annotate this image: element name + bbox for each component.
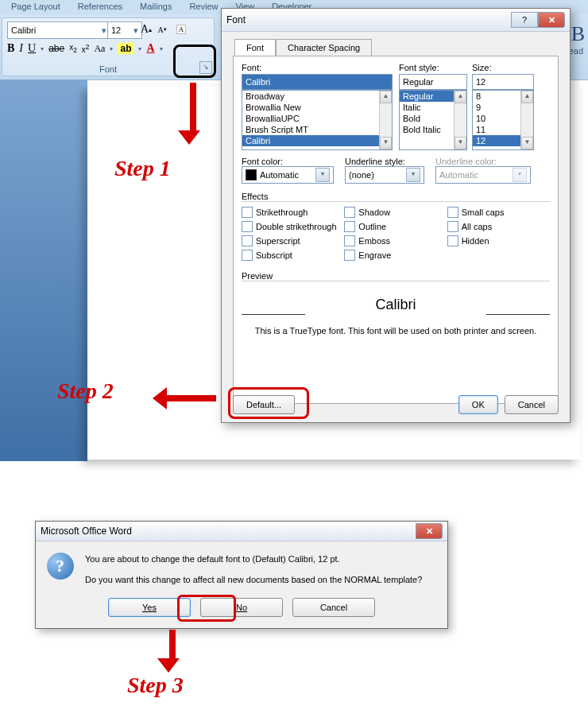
underline-style-label: Underline style: <box>345 157 424 166</box>
scroll-down-icon[interactable]: ▼ <box>380 137 392 149</box>
shadow-checkbox[interactable]: Shadow <box>344 207 447 218</box>
font-color-dropdown[interactable]: Automatic▾ <box>242 166 334 184</box>
preview-note: This is a TrueType font. This font will … <box>242 326 550 336</box>
dialog-titlebar[interactable]: Font ? ✕ <box>222 9 570 32</box>
grow-font-button[interactable]: A▴ <box>139 22 153 37</box>
preview-sample: Calibri <box>375 297 416 313</box>
style-label: Font style: <box>399 63 467 72</box>
underline-color-value: Automatic <box>439 170 478 180</box>
msgbox-title: Microsoft Office Word <box>41 526 132 537</box>
superscript-button[interactable]: x2 <box>82 43 90 54</box>
scroll-up-icon[interactable]: ▲ <box>521 91 533 103</box>
preview-box: Calibri <box>242 286 550 323</box>
hidden-checkbox[interactable]: Hidden <box>447 235 550 246</box>
subscript-checkbox[interactable]: Subscript <box>242 250 344 261</box>
scroll-down-icon[interactable]: ▼ <box>521 137 533 149</box>
font-color-label: Font color: <box>242 157 334 166</box>
font-dialog: Font ? ✕ Font Character Spacing Font: Ca… <box>221 8 571 423</box>
style-input[interactable]: Regular <box>399 74 467 90</box>
chevron-down-icon: ▾ <box>102 25 106 36</box>
chevron-down-icon: ▾ <box>315 168 330 182</box>
font-listbox[interactable]: Broadway Browallia New BrowalliaUPC Brus… <box>242 90 393 150</box>
underline-style-dropdown[interactable]: (none)▾ <box>345 166 424 184</box>
chevron-down-icon[interactable]: ▾ <box>41 45 44 52</box>
size-listbox[interactable]: 8 9 10 11 12 ▲▼ <box>472 90 534 150</box>
clear-formatting-button[interactable]: A <box>172 22 190 37</box>
msgbox-text: You are about to change the default font… <box>85 553 422 587</box>
list-item[interactable]: Browallia New <box>242 102 392 113</box>
scroll-up-icon[interactable]: ▲ <box>380 91 392 103</box>
highlight-button[interactable]: ab <box>118 43 133 54</box>
scrollbar[interactable]: ▲▼ <box>454 91 466 149</box>
scroll-down-icon[interactable]: ▼ <box>455 137 466 149</box>
font-size-combo[interactable]: 12▾ <box>107 21 142 39</box>
step2-label: Step 2 <box>57 378 114 404</box>
scroll-up-icon[interactable]: ▲ <box>455 91 466 103</box>
preview-header: Preview <box>242 271 550 281</box>
tab-page-layout[interactable]: Page Layout <box>8 0 64 14</box>
dialog-title: Font <box>226 14 246 25</box>
font-input[interactable]: Calibri <box>242 74 393 90</box>
tab-mailings[interactable]: Mailings <box>137 0 175 14</box>
close-button[interactable]: ✕ <box>538 12 565 28</box>
doc-gutter <box>0 80 87 461</box>
tab-review[interactable]: Review <box>186 0 221 14</box>
emboss-checkbox[interactable]: Emboss <box>344 235 447 246</box>
font-size-value: 12 <box>111 25 121 35</box>
yes-callout <box>177 595 236 622</box>
help-button[interactable]: ? <box>511 12 538 28</box>
bold-button[interactable]: B <box>7 42 14 55</box>
tab-font[interactable]: Font <box>234 39 276 56</box>
scrollbar[interactable]: ▲▼ <box>379 91 392 149</box>
strikethrough-checkbox[interactable]: Strikethrough <box>242 207 344 218</box>
font-name-combo[interactable]: Calibri▾ <box>7 21 110 39</box>
chevron-down-icon[interactable]: ▾ <box>160 45 163 52</box>
cancel-button[interactable]: Cancel <box>292 598 375 617</box>
list-item[interactable]: BrowalliaUPC <box>242 113 392 124</box>
chevron-down-icon[interactable]: ▾ <box>138 45 141 52</box>
close-button[interactable]: ✕ <box>416 523 443 539</box>
chevron-down-icon[interactable]: ▾ <box>110 45 113 52</box>
outline-checkbox[interactable]: Outline <box>344 221 447 232</box>
list-item[interactable]: Brush Script MT <box>242 124 392 135</box>
cancel-button[interactable]: Cancel <box>505 395 559 414</box>
color-swatch-icon <box>246 169 257 180</box>
change-case-button[interactable]: Aa <box>94 43 105 55</box>
question-icon <box>47 553 74 580</box>
small-caps-checkbox[interactable]: Small caps <box>447 207 550 218</box>
font-label: Font: <box>242 63 393 72</box>
font-name-value: Calibri <box>11 25 36 35</box>
style-listbox[interactable]: Regular Italic Bold Bold Italic ▲▼ <box>399 90 467 150</box>
font-color-value: Automatic <box>260 170 299 180</box>
msgbox-titlebar[interactable]: Microsoft Office Word ✕ <box>36 522 447 541</box>
strikethrough-button[interactable]: abe <box>48 43 64 54</box>
tab-references[interactable]: References <box>75 0 126 14</box>
underline-color-label: Underline color: <box>435 157 531 166</box>
arrow-icon <box>153 387 216 409</box>
shrink-font-button[interactable]: A▾ <box>155 22 169 37</box>
list-item[interactable]: Calibri <box>242 135 392 146</box>
arrow-icon <box>186 83 200 145</box>
superscript-checkbox[interactable]: Superscript <box>242 235 344 246</box>
all-caps-checkbox[interactable]: All caps <box>447 221 550 232</box>
list-item[interactable]: Broadway <box>242 91 392 102</box>
confirm-dialog: Microsoft Office Word ✕ You are about to… <box>35 521 448 629</box>
launcher-callout <box>173 45 216 78</box>
arrow-icon <box>165 630 180 673</box>
step3-label: Step 3 <box>127 673 184 698</box>
double-strikethrough-checkbox[interactable]: Double strikethrough <box>242 221 344 232</box>
step1-label: Step 1 <box>114 156 171 181</box>
scrollbar[interactable]: ▲▼ <box>520 91 533 149</box>
tab-character-spacing[interactable]: Character Spacing <box>276 39 372 56</box>
font-color-button[interactable]: A <box>146 42 154 55</box>
subscript-button[interactable]: x2 <box>69 43 77 54</box>
italic-button[interactable]: I <box>19 42 23 55</box>
size-input[interactable]: 12 <box>472 74 534 90</box>
ok-button[interactable]: OK <box>458 395 498 414</box>
effects-header: Effects <box>242 192 550 202</box>
underline-button[interactable]: U <box>28 42 36 55</box>
engrave-checkbox[interactable]: Engrave <box>344 250 447 261</box>
underline-style-value: (none) <box>349 170 374 180</box>
default-callout <box>228 387 309 419</box>
chevron-down-icon: ▾ <box>406 168 420 182</box>
